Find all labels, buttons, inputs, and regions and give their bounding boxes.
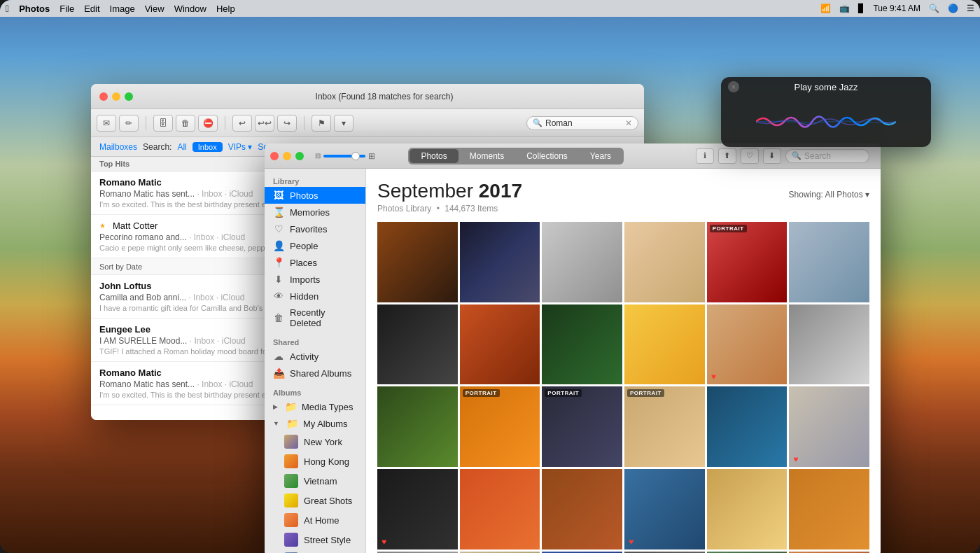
photo-cell[interactable] xyxy=(624,304,705,385)
sidebar-item-my-albums[interactable]: ▼ 📁 My Albums xyxy=(265,415,365,432)
notification-icon[interactable]: ☰ xyxy=(967,4,974,13)
sidebar-item-memories[interactable]: ⌛ Memories xyxy=(265,204,365,220)
sidebar-item-architecture[interactable]: Architecture xyxy=(265,550,365,553)
photo-cell[interactable] xyxy=(707,469,788,550)
siri-close-button[interactable]: × xyxy=(728,81,739,92)
clear-search-btn[interactable]: ✕ xyxy=(625,118,632,128)
heart-btn[interactable]: ♡ xyxy=(741,148,759,164)
photos-close-button[interactable] xyxy=(270,152,279,160)
media-types-icon: 📁 xyxy=(285,401,296,412)
photo-cell[interactable] xyxy=(789,222,869,302)
photo-cell[interactable]: PORTRAIT xyxy=(460,386,540,467)
siri-wave-display xyxy=(721,97,931,147)
image-menu[interactable]: Image xyxy=(110,4,135,14)
minimize-button[interactable] xyxy=(112,92,120,101)
junk-btn[interactable]: ⛔ xyxy=(198,115,218,132)
photo-cell[interactable] xyxy=(542,222,622,302)
hidden-icon: 👁 xyxy=(273,290,284,302)
photo-cell[interactable] xyxy=(789,304,869,385)
tab-years[interactable]: Years xyxy=(579,149,622,163)
photos-window: ⊟ ⊞ Photos Moments Collections Years ℹ ⬆… xyxy=(265,144,881,553)
archive-btn[interactable]: 🗄 xyxy=(153,115,173,132)
photo-cell[interactable] xyxy=(460,469,540,550)
apple-menu[interactable]:  xyxy=(6,3,9,14)
photo-cell[interactable] xyxy=(377,304,458,385)
flag-drop-btn[interactable]: ▾ xyxy=(334,115,354,132)
compose-btn[interactable]: ✏ xyxy=(119,115,139,132)
window-menu[interactable]: Window xyxy=(174,4,206,14)
photos-maximize-button[interactable] xyxy=(295,152,304,160)
photo-cell[interactable]: PORTRAIT xyxy=(707,222,788,302)
sidebar-item-places[interactable]: 📍 Places xyxy=(265,254,365,271)
sort-label[interactable]: Sort by Date xyxy=(99,262,142,271)
tab-photos[interactable]: Photos xyxy=(410,149,458,163)
zoom-slider-track[interactable] xyxy=(323,155,365,158)
photo-cell[interactable] xyxy=(542,469,622,550)
wifi-icon: 📶 xyxy=(820,4,831,13)
sidebar-item-hong-kong[interactable]: Hong Kong xyxy=(265,451,365,471)
sidebar-item-great-shots[interactable]: Great Shots xyxy=(265,491,365,510)
search-icon[interactable]: 🔍 xyxy=(929,4,939,13)
maximize-button[interactable] xyxy=(125,92,133,101)
info-btn[interactable]: ℹ xyxy=(696,148,714,164)
vips-btn[interactable]: VIPs ▾ xyxy=(228,142,253,152)
sidebar-imports-label: Imports xyxy=(290,274,320,285)
photo-cell[interactable] xyxy=(460,304,540,385)
photo-cell[interactable] xyxy=(789,469,869,550)
photo-cell[interactable]: ♥ xyxy=(377,469,458,550)
sidebar-item-at-home[interactable]: At Home xyxy=(265,510,365,530)
photos-search-bar[interactable]: 🔍 Search xyxy=(785,149,869,163)
app-name-menu[interactable]: Photos xyxy=(19,4,50,14)
siri-icon[interactable]: 🔵 xyxy=(948,4,958,13)
flag-btn[interactable]: ⚑ xyxy=(312,115,331,132)
import-btn[interactable]: ⬇ xyxy=(763,148,781,164)
inbox-filter-btn[interactable]: Inbox xyxy=(192,142,223,152)
photo-cell[interactable]: ♥ xyxy=(789,386,869,467)
mailboxes-btn[interactable]: Mailboxes xyxy=(99,142,137,152)
help-menu[interactable]: Help xyxy=(216,4,235,14)
delete-btn[interactable]: 🗑 xyxy=(176,115,195,132)
file-menu[interactable]: File xyxy=(59,4,74,14)
sidebar-item-new-york[interactable]: New York xyxy=(265,432,365,451)
photo-cell[interactable] xyxy=(377,222,458,302)
sidebar-item-vietnam[interactable]: Vietnam xyxy=(265,471,365,491)
showing-dropdown[interactable]: Showing: All Photos ▾ xyxy=(789,190,869,200)
reply-btn[interactable]: ↩ xyxy=(232,115,252,132)
photo-cell[interactable] xyxy=(542,304,622,385)
zoom-slider-thumb[interactable] xyxy=(351,152,360,160)
tab-collections[interactable]: Collections xyxy=(515,149,579,163)
sidebar-item-favorites[interactable]: ♡ Favorites xyxy=(265,220,365,237)
showing-chevron: ▾ xyxy=(865,190,869,200)
tab-moments[interactable]: Moments xyxy=(458,149,515,163)
sidebar-item-shared-albums[interactable]: 📤 Shared Albums xyxy=(265,365,365,382)
photo-cell[interactable] xyxy=(624,222,705,302)
photos-minimize-button[interactable] xyxy=(283,152,291,160)
sidebar-item-imports[interactable]: ⬇ Imports xyxy=(265,271,365,288)
forward-btn[interactable]: ↪ xyxy=(277,115,297,132)
edit-menu[interactable]: Edit xyxy=(84,4,99,14)
sidebar-item-street-style[interactable]: Street Style xyxy=(265,530,365,550)
mail-search-bar[interactable]: 🔍 Roman ✕ xyxy=(526,116,638,130)
view-menu[interactable]: View xyxy=(145,4,164,14)
sidebar-item-recently-deleted[interactable]: 🗑 Recently Deleted xyxy=(265,304,365,331)
great-shots-thumb xyxy=(284,493,298,507)
sidebar-item-hidden[interactable]: 👁 Hidden xyxy=(265,288,365,304)
photo-cell[interactable] xyxy=(377,386,458,467)
share-btn[interactable]: ⬆ xyxy=(718,148,736,164)
sidebar-item-photos[interactable]: 🖼 Photos xyxy=(265,187,365,204)
sidebar-my-albums-label: My Albums xyxy=(303,419,348,429)
sidebar-item-activity[interactable]: ☁ Activity xyxy=(265,348,365,365)
mail-window-title: Inbox (Found 18 matches for search) xyxy=(133,92,636,102)
reply-all-btn[interactable]: ↩↩ xyxy=(255,115,274,132)
photo-cell[interactable]: ♥ xyxy=(624,469,705,550)
close-button[interactable] xyxy=(99,92,108,101)
photo-cell[interactable] xyxy=(460,222,540,302)
sidebar-item-media-types[interactable]: ▶ 📁 Media Types xyxy=(265,398,365,415)
mail-icon-btn[interactable]: ✉ xyxy=(97,115,116,132)
sidebar-item-people[interactable]: 👤 People xyxy=(265,237,365,254)
photo-cell[interactable]: ♥ xyxy=(707,304,788,385)
photo-cell[interactable]: PORTRAIT xyxy=(542,386,622,467)
photo-cell[interactable]: PORTRAIT xyxy=(624,386,705,467)
all-btn[interactable]: All xyxy=(177,142,186,152)
photo-cell[interactable] xyxy=(707,386,788,467)
